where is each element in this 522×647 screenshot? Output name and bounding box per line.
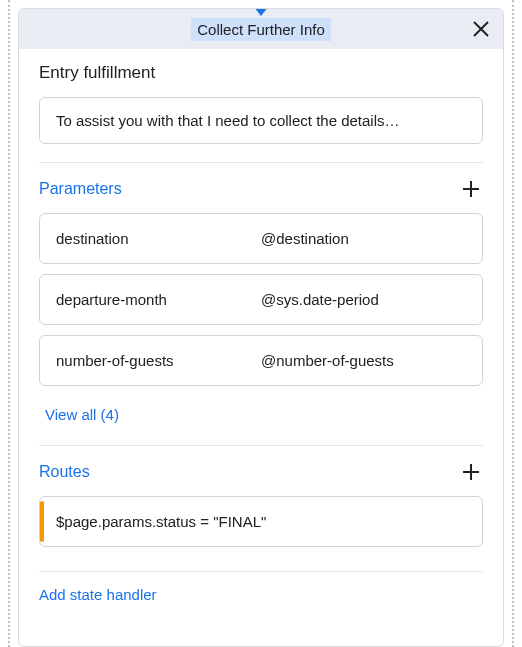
plus-icon [461, 462, 481, 482]
parameter-type: @destination [261, 230, 466, 247]
route-condition: $page.params.status = "FINAL" [56, 513, 266, 530]
page-panel: Collect Further Info Entry fulfillment T… [18, 8, 504, 647]
view-all-parameters-link[interactable]: View all (4) [39, 396, 125, 427]
parameter-name: departure-month [56, 291, 261, 308]
panel-content: Entry fulfillment To assist you with tha… [19, 49, 503, 603]
plus-icon [461, 179, 481, 199]
add-parameter-button[interactable] [459, 177, 483, 201]
route-row[interactable]: $page.params.status = "FINAL" [39, 496, 483, 547]
close-icon [472, 20, 490, 38]
entry-fulfillment-text[interactable]: To assist you with that I need to collec… [39, 97, 483, 144]
parameters-title[interactable]: Parameters [39, 180, 122, 198]
parameters-head: Parameters [39, 177, 483, 201]
parameter-row[interactable]: number-of-guests @number-of-guests [39, 335, 483, 386]
parameter-type: @number-of-guests [261, 352, 466, 369]
add-route-button[interactable] [459, 460, 483, 484]
parameter-type: @sys.date-period [261, 291, 466, 308]
routes-head: Routes [39, 460, 483, 484]
entry-fulfillment-title: Entry fulfillment [39, 63, 483, 83]
add-state-handler-link[interactable]: Add state handler [39, 572, 483, 603]
entry-fulfillment-section: Entry fulfillment To assist you with tha… [39, 49, 483, 163]
routes-section: Routes $page.params.status = "FINAL" [39, 446, 483, 572]
incoming-arrow-icon [254, 8, 268, 16]
parameter-name: destination [56, 230, 261, 247]
parameter-row[interactable]: destination @destination [39, 213, 483, 264]
parameter-name: number-of-guests [56, 352, 261, 369]
panel-header: Collect Further Info [19, 9, 503, 49]
parameter-row[interactable]: departure-month @sys.date-period [39, 274, 483, 325]
close-button[interactable] [469, 17, 493, 41]
routes-title[interactable]: Routes [39, 463, 90, 481]
parameters-section: Parameters destination @destination depa… [39, 163, 483, 446]
panel-title: Collect Further Info [191, 18, 331, 41]
